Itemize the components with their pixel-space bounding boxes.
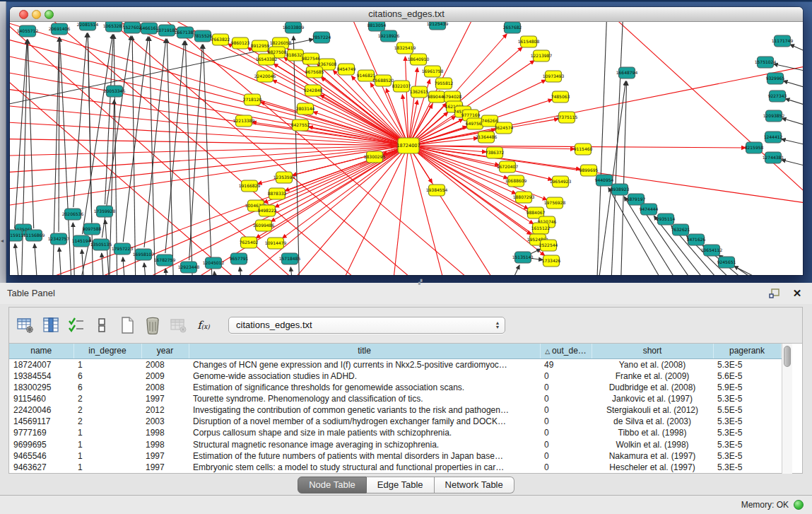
import-table-button[interactable] [167,315,189,336]
graph-node[interactable]: 7485063 [551,91,570,103]
graph-node[interactable]: 8813054 [367,22,387,31]
table-cell[interactable]: 1998 [141,427,189,438]
graph-node[interactable]: 12744381 [763,152,784,163]
network-canvas[interactable]: 1872400776638229860123891295918226058982… [10,22,803,275]
table-cell[interactable]: 1 [73,427,141,438]
table-cell[interactable]: Estimation of the future numbers of pati… [189,450,540,462]
graph-edge[interactable] [59,37,59,232]
select-columns-button[interactable] [66,315,87,336]
graph-node[interactable]: 12353593 [273,172,295,183]
table-cell[interactable]: Disruption of a novel member of a sodium… [189,416,540,427]
graph-node[interactable]: 7815526 [194,30,213,42]
table-cell[interactable]: 9465546 [9,450,73,462]
table-scrollbar[interactable] [782,344,792,474]
graph-node[interactable]: 1362615 [410,86,429,98]
graph-node[interactable]: 22081514 [77,22,99,30]
graph-node[interactable]: 12125439 [427,22,449,30]
graph-node[interactable]: 10654112 [701,245,723,256]
graph-node[interactable]: 9245651 [717,257,736,268]
graph-edge[interactable] [790,45,803,56]
table-cell[interactable]: 5.3E-5 [713,438,781,450]
graph-node[interactable]: 7625402 [240,237,259,248]
table-cell[interactable]: 1 [73,450,141,462]
tab-network-table[interactable]: Network Table [435,477,514,493]
graph-node[interactable]: 17359928 [94,206,116,217]
graph-node[interactable]: 7955812 [435,78,454,89]
graph-edge[interactable] [782,118,803,128]
table-cell[interactable]: 18300295 [9,382,73,393]
graph-edge[interactable] [185,41,193,275]
graph-node[interactable]: 12045012 [203,257,225,269]
column-header-pagerank[interactable]: pagerank [713,344,781,358]
table-cell[interactable]: 5.3E-5 [713,416,781,427]
table-cell[interactable]: Hescheler et al. (1997) [592,462,713,473]
graph-node[interactable]: 2803144 [296,103,315,115]
graph-edge[interactable] [782,139,803,147]
table-cell[interactable]: 0 [540,370,592,382]
graph-edge[interactable] [15,244,20,275]
column-header-in-degree[interactable]: in_degree [73,344,141,358]
table-row[interactable]: 1938455462009Genome-wide association stu… [9,370,781,382]
table-cell[interactable]: 2 [73,416,141,427]
graph-node[interactable]: 16543382 [256,54,278,65]
graph-edge[interactable] [10,146,401,192]
table-cell[interactable]: 6 [73,370,141,382]
graph-edge[interactable] [10,146,401,156]
graph-edge[interactable] [392,153,408,275]
graph-node[interactable]: 20691406 [49,23,71,35]
table-cell[interactable]: 0 [540,450,592,462]
column-header-year[interactable]: year [141,344,189,358]
graph-edge[interactable] [214,271,217,275]
graph-edge[interactable] [10,146,401,209]
graph-node[interactable]: 8912959 [251,40,270,52]
graph-node[interactable]: 15718485 [279,253,301,264]
table-cell[interactable]: 0 [540,382,592,393]
table-row[interactable]: 2242004622012Investigating the contribut… [9,404,781,416]
graph-node[interactable]: 12213389 [233,115,255,127]
graph-edge[interactable] [59,247,62,275]
table-cell[interactable]: Investigating the contribution of common… [189,404,540,416]
graph-edge[interactable] [102,253,105,275]
graph-edge[interactable] [28,40,33,228]
table-mode-button[interactable] [15,315,36,336]
table-cell[interactable]: 0 [540,393,592,404]
graph-node[interactable]: 21364486 [476,132,498,143]
graph-node[interactable]: 20206536 [62,209,84,220]
graph-node[interactable]: 14055712 [17,25,39,37]
table-cell[interactable]: 5.3E-5 [713,462,781,473]
graph-node[interactable]: 7386372 [486,147,505,158]
table-cell[interactable]: Embryonic stem cells: a model to study s… [189,462,540,473]
column-header-title[interactable]: title [189,344,540,358]
graph-edge[interactable] [405,57,408,139]
graph-node[interactable]: 19166829 [239,180,261,192]
table-row[interactable]: 1830029562008Estimation of significance … [9,382,781,393]
delete-table-button[interactable] [142,315,163,336]
graph-node[interactable]: 8454749 [337,64,356,75]
graph-edge[interactable] [410,100,418,139]
graph-node[interactable]: 9440954 [595,175,614,186]
table-cell[interactable]: Tourette syndrome. Phenomenology and cla… [189,393,540,404]
graph-node[interactable]: 22420046 [254,71,276,82]
graph-node[interactable]: 3915911 [10,230,24,241]
table-row[interactable]: 911546021997Tourette syndrome. Phenomeno… [9,393,781,404]
table-cell[interactable]: 5.9E-5 [713,382,781,393]
citation-network-graph[interactable]: 1872400776638229860123891295918226058982… [10,22,803,275]
graph-node[interactable]: 8471626 [687,234,706,245]
table-row[interactable]: 969969511998Structural magnetic resonanc… [9,438,781,450]
graph-edge[interactable] [165,269,168,275]
table-cell[interactable]: 2 [73,404,141,416]
graph-node[interactable]: 8215958 [745,142,764,153]
graph-node[interactable]: 18300295 [364,151,386,163]
graph-node[interactable]: 9329965 [766,73,785,84]
table-cell[interactable]: 1 [73,462,141,473]
network-window-titlebar[interactable]: citations_edges.txt [10,7,803,22]
table-cell[interactable]: 18724007 [9,358,73,370]
graph-edge[interactable] [189,45,203,260]
graph-edge[interactable] [505,265,519,275]
graph-edge[interactable] [73,223,75,275]
graph-node[interactable]: 9675685 [305,66,324,78]
graph-node[interactable]: 7632621 [671,224,690,235]
table-scrollbar-thumb[interactable] [784,346,791,367]
graph-node[interactable]: 16720407 [497,161,519,173]
table-cell[interactable]: Changes of HCN gene expression and I(f) … [189,358,540,370]
